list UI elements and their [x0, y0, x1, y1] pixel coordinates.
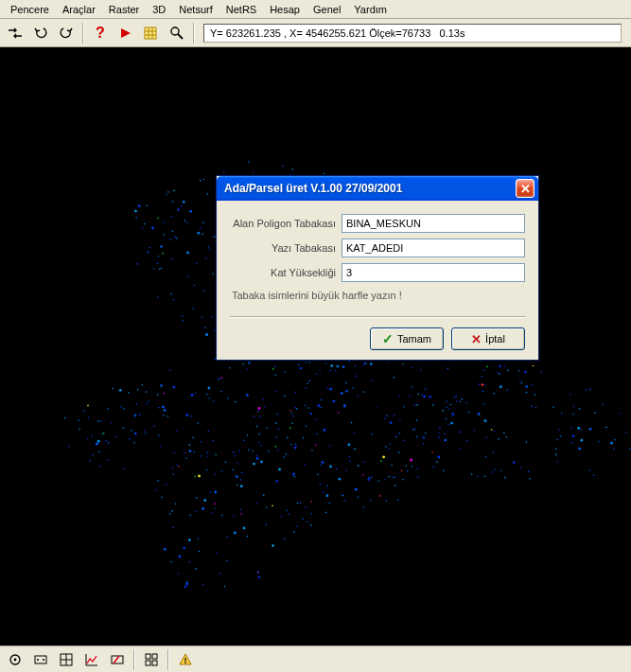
warning-icon[interactable]: !	[174, 648, 197, 671]
svg-point-603	[194, 451, 196, 453]
svg-point-42	[91, 435, 93, 437]
svg-point-673	[157, 394, 159, 396]
menu-3d[interactable]: 3D	[146, 2, 172, 17]
menu-netsurf[interactable]: Netsurf	[172, 2, 219, 17]
svg-point-286	[205, 333, 208, 336]
svg-point-210	[556, 461, 558, 463]
svg-point-572	[205, 257, 207, 259]
map-canvas[interactable]: Ada/Parsel üret V.1.00 27/09/2001 ✕ Alan…	[0, 47, 631, 645]
svg-point-268	[87, 405, 89, 407]
svg-point-794	[581, 430, 583, 432]
svg-point-378	[599, 441, 601, 443]
svg-point-421	[414, 404, 416, 406]
circle-tool-icon[interactable]	[4, 648, 26, 671]
help-icon[interactable]: ?	[89, 22, 112, 44]
svg-point-183	[96, 443, 98, 446]
svg-point-676	[172, 468, 174, 469]
cancel-button[interactable]: ✕ İptal	[451, 327, 525, 350]
svg-point-128	[160, 245, 163, 248]
svg-point-123	[494, 431, 496, 433]
svg-point-218	[221, 470, 223, 472]
svg-point-610	[87, 438, 89, 440]
rect-dots-icon[interactable]	[29, 648, 52, 671]
svg-point-133	[570, 428, 572, 430]
svg-point-771	[305, 464, 307, 466]
svg-point-468	[398, 452, 400, 454]
svg-point-512	[115, 436, 117, 438]
svg-point-623	[533, 365, 535, 367]
svg-point-527	[247, 368, 249, 370]
svg-point-748	[417, 476, 419, 478]
svg-point-523	[329, 445, 331, 447]
svg-point-361	[189, 444, 191, 446]
redo-icon[interactable]	[55, 22, 78, 44]
svg-point-117	[506, 389, 508, 391]
svg-point-200	[194, 285, 196, 287]
svg-point-45	[386, 362, 388, 363]
svg-point-236	[586, 389, 587, 391]
play-icon[interactable]	[114, 22, 137, 44]
arrows-icon[interactable]	[4, 22, 26, 44]
svg-point-681	[329, 388, 332, 391]
menu-genel[interactable]: Genel	[307, 2, 347, 17]
svg-point-664	[324, 173, 325, 175]
svg-point-304	[506, 436, 508, 438]
svg-point-50	[247, 434, 249, 436]
svg-point-796	[423, 443, 425, 445]
svg-point-46	[329, 466, 332, 469]
svg-point-718	[308, 363, 310, 364]
polygon-layer-input[interactable]	[342, 214, 525, 233]
svg-point-175	[306, 362, 307, 363]
chart-icon[interactable]	[80, 648, 103, 671]
grid-icon[interactable]	[55, 648, 78, 671]
svg-point-398	[169, 513, 171, 515]
svg-point-698	[336, 469, 338, 470]
svg-point-130	[290, 410, 292, 412]
ok-button[interactable]: ✓ Tamam	[370, 327, 444, 350]
svg-point-270	[272, 505, 273, 507]
svg-point-453	[605, 427, 607, 429]
svg-point-452	[157, 480, 159, 482]
svg-point-440	[446, 418, 447, 420]
svg-point-454	[295, 392, 297, 394]
svg-point-355	[240, 485, 243, 487]
close-icon[interactable]: ✕	[516, 179, 535, 198]
svg-point-382	[136, 404, 138, 406]
svg-point-389	[100, 420, 102, 422]
svg-point-145	[380, 460, 382, 462]
svg-point-185	[240, 513, 242, 515]
svg-point-387	[309, 413, 312, 416]
line-edit-icon[interactable]	[106, 648, 129, 671]
svg-point-146	[394, 377, 395, 379]
svg-point-516	[552, 406, 554, 408]
svg-point-43	[119, 389, 122, 392]
svg-point-28	[504, 477, 506, 479]
svg-point-587	[215, 507, 217, 509]
dialog-titlebar[interactable]: Ada/Parsel üret V.1.00 27/09/2001 ✕	[217, 176, 538, 201]
svg-point-132	[329, 503, 331, 504]
zoom-icon[interactable]	[166, 22, 188, 44]
floor-height-input[interactable]	[342, 263, 525, 282]
svg-rect-811	[152, 654, 157, 659]
menu-araclar[interactable]: Araçlar	[56, 2, 102, 17]
undo-icon[interactable]	[29, 22, 52, 44]
svg-point-695	[459, 448, 461, 450]
svg-point-596	[164, 234, 166, 236]
svg-point-83	[483, 369, 485, 371]
menu-hesap[interactable]: Hesap	[263, 2, 307, 17]
svg-point-620	[311, 450, 313, 451]
svg-point-650	[256, 426, 258, 428]
menu-raster[interactable]: Raster	[102, 2, 146, 17]
four-squares-icon[interactable]	[140, 648, 163, 671]
svg-point-399	[629, 449, 631, 451]
menu-yardim[interactable]: Yardım	[347, 2, 394, 17]
svg-point-292	[307, 382, 309, 384]
svg-point-84	[316, 374, 318, 376]
svg-point-125	[184, 585, 187, 588]
svg-point-309	[221, 378, 223, 380]
menu-netrs[interactable]: NetRS	[219, 2, 263, 17]
layers-icon[interactable]	[140, 22, 163, 44]
svg-point-755	[305, 405, 307, 407]
text-layer-input[interactable]	[342, 239, 525, 257]
menu-pencere[interactable]: Pencere	[4, 2, 56, 17]
